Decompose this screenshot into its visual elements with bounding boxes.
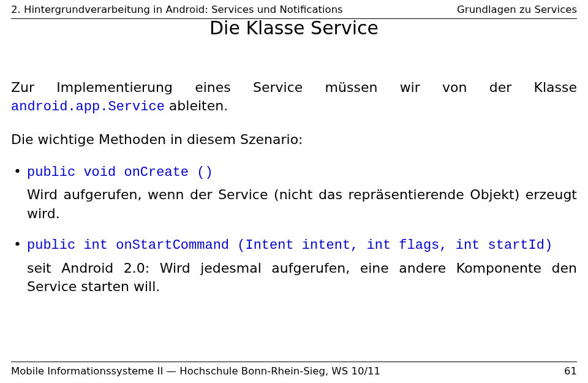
intro-text-post: ableiten. bbox=[165, 98, 228, 113]
footer-left: Mobile Informationssysteme II — Hochschu… bbox=[11, 365, 380, 377]
intro-code: android.app.Service bbox=[11, 99, 165, 115]
slide-body: Zur Implementierung eines Service müssen… bbox=[11, 78, 577, 308]
page-number: 61 bbox=[564, 365, 577, 377]
slide-title: Die Klasse Service bbox=[0, 17, 588, 39]
method-description: Wird aufgerufen, wenn der Service (nicht… bbox=[27, 186, 577, 223]
footer-rule bbox=[11, 362, 577, 362]
scenario-line: Die wichtige Methoden in diesem Szenario… bbox=[11, 131, 577, 149]
slide: 2. Hintergrundverarbeitung in Android: S… bbox=[0, 0, 588, 383]
list-item: public void onCreate () Wird aufgerufen,… bbox=[11, 162, 577, 223]
header-section: Grundlagen zu Services bbox=[457, 4, 577, 15]
method-description: seit Android 2.0: Wird jedesmal aufgeruf… bbox=[27, 259, 577, 297]
slide-header: 2. Hintergrundverarbeitung in Android: S… bbox=[11, 4, 577, 15]
intro-paragraph: Zur Implementierung eines Service müssen… bbox=[11, 78, 577, 117]
method-signature: public int onStartCommand (Intent intent… bbox=[27, 238, 552, 253]
slide-footer: Mobile Informationssysteme II — Hochschu… bbox=[11, 365, 577, 377]
bullet-list: public void onCreate () Wird aufgerufen,… bbox=[11, 162, 577, 296]
method-signature: public void onCreate () bbox=[27, 165, 213, 180]
intro-text-pre: Zur Implementierung eines Service müssen… bbox=[11, 80, 577, 95]
list-item: public int onStartCommand (Intent intent… bbox=[11, 235, 577, 296]
header-chapter: 2. Hintergrundverarbeitung in Android: S… bbox=[11, 4, 343, 15]
